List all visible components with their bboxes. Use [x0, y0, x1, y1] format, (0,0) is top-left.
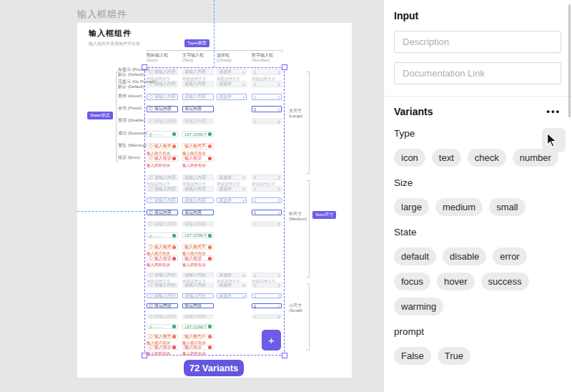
- variant-cell-default[interactable]: ◎ 请输入内容: [147, 273, 178, 278]
- variant-cell-disable[interactable]: 1▴▾: [252, 118, 282, 124]
- variant-chip-disable[interactable]: disable: [443, 248, 486, 265]
- size-group-label: 中尺寸(Medium): [289, 212, 309, 222]
- variant-cell-disable[interactable]: 1▴▾: [252, 221, 282, 227]
- variant-cell-error[interactable]: ◎ 输入错误!: [147, 155, 178, 162]
- variant-cell-default[interactable]: 请选择▾: [217, 283, 247, 288]
- variant-cell-disable[interactable]: 请输入内容: [182, 118, 214, 124]
- variant-chip-success[interactable]: success: [481, 273, 529, 290]
- type-property-badge[interactable]: Type/类型: [184, 39, 209, 47]
- variant-cell-hover[interactable]: 请选择▾: [217, 94, 247, 100]
- variant-cell-press[interactable]: ◎ 填写内容: [147, 106, 178, 112]
- variant-chip-focus[interactable]: focus: [394, 273, 430, 290]
- variant-cell-default[interactable]: 请输入内容: [182, 175, 214, 180]
- variant-cell-default[interactable]: 1▴▾: [252, 81, 282, 87]
- variant-cell-disable[interactable]: 请输入内容: [182, 314, 214, 319]
- variant-cell-error[interactable]: 输入错误!: [182, 155, 214, 162]
- variant-cell-default[interactable]: 请选择▾: [217, 175, 247, 180]
- variant-cell-disable[interactable]: 请输入内容: [182, 221, 214, 227]
- variant-cell-press[interactable]: 填写内容: [182, 106, 214, 112]
- variant-chip-text[interactable]: text: [432, 149, 461, 167]
- state-property-badge[interactable]: State/状态: [87, 112, 113, 119]
- variant-cell-press[interactable]: 填写内容: [182, 303, 214, 308]
- variant-cell-hover[interactable]: ◎ 请输入内容: [147, 197, 178, 203]
- panel-scrollbar[interactable]: [568, 4, 571, 117]
- variant-cell-hover[interactable]: 请选择▾: [217, 197, 247, 203]
- variant-cell-press[interactable]: 1▴▾: [252, 210, 282, 215]
- documentation-link-input[interactable]: [394, 62, 561, 84]
- variant-cell-default[interactable]: 1▴▾: [252, 186, 282, 192]
- variant-cell-success[interactable]: 137.COM.TYKB✓: [182, 232, 214, 238]
- success-status-icon: ✓: [208, 132, 212, 136]
- design-canvas[interactable]: 输入框组件 输入框组件 输入框组件及规格样式分类 Type/类型 State/状…: [0, 0, 383, 392]
- variant-cell-default[interactable]: ◎ 请输入内容: [147, 186, 178, 192]
- variant-chip-false[interactable]: False: [394, 347, 431, 365]
- variant-cell-success[interactable]: ◎ ⋯⋯✓: [147, 232, 178, 238]
- variant-chip-icon[interactable]: icon: [394, 149, 425, 167]
- variant-cell-success[interactable]: 137.COM.TYKB✓: [182, 131, 214, 137]
- variant-cell-warning[interactable]: ◎ 输入格式不符!: [147, 244, 178, 250]
- variant-chip-hover[interactable]: hover: [437, 273, 475, 290]
- variant-cell-press[interactable]: 1▴▾: [252, 106, 282, 112]
- variant-cell-hover[interactable]: ◎ 请输入内容: [147, 293, 178, 298]
- variant-cell-error[interactable]: 输入错误!: [182, 255, 214, 261]
- size-property-badge[interactable]: Size/尺寸: [312, 211, 336, 219]
- variant-cell-success[interactable]: 137.COM.TYKB✓: [182, 324, 214, 329]
- variant-cell-default[interactable]: 1▴▾: [252, 273, 282, 278]
- variant-cell-warning[interactable]: ◎ 输入格式不符!: [147, 334, 178, 339]
- variant-cell-warning[interactable]: 输入格式不符!: [182, 143, 214, 150]
- variant-cell-warning[interactable]: 输入格式不符!: [182, 244, 214, 250]
- variant-cell-default[interactable]: 请选择▾: [217, 273, 247, 278]
- variant-cell-hover[interactable]: 请输入内容: [182, 293, 214, 298]
- variant-cell-default[interactable]: ◎ 请输入内容: [147, 175, 178, 180]
- variant-cell-default[interactable]: 请输入内容: [182, 69, 214, 75]
- variant-cell-disable[interactable]: ◎ 请输入内容: [147, 118, 178, 124]
- variant-cell-disable[interactable]: ◎ 请输入内容: [147, 221, 178, 227]
- variant-cell-default[interactable]: 1▴▾: [252, 283, 282, 288]
- variant-cell-default[interactable]: ◎ 请输入内容: [147, 69, 178, 75]
- variant-chip-medium[interactable]: medium: [435, 198, 483, 216]
- variant-cell-hover[interactable]: 请选择▾: [217, 293, 247, 298]
- description-input[interactable]: [394, 31, 561, 53]
- variant-chip-error[interactable]: error: [493, 248, 526, 265]
- variant-cell-default[interactable]: 请输入内容: [182, 273, 214, 278]
- variant-cell-default[interactable]: 请选择▾: [217, 69, 247, 75]
- variant-cell-default[interactable]: 请选择▾: [217, 186, 247, 192]
- variant-chip-large[interactable]: large: [394, 198, 429, 216]
- selection-handle-bottom-right[interactable]: [282, 353, 287, 358]
- variant-chip-check[interactable]: check: [468, 149, 506, 167]
- variant-cell-hover[interactable]: 1▴▾: [252, 197, 282, 203]
- variant-cell-default[interactable]: 请选择▾: [217, 81, 247, 87]
- variant-cell-press[interactable]: ◎ 填写内容: [147, 210, 178, 215]
- variant-cell-default[interactable]: 请输入内容: [182, 81, 214, 87]
- variant-cell-press[interactable]: ◎ 填写内容: [147, 303, 178, 308]
- variant-cell-default[interactable]: 请输入内容: [182, 186, 214, 192]
- variant-cell-warning[interactable]: ◎ 输入格式不符!: [147, 143, 178, 150]
- variant-cell-hover[interactable]: 请输入内容: [182, 94, 214, 100]
- variant-cell-error[interactable]: 输入错误!: [182, 345, 214, 350]
- variant-cell-press[interactable]: 填写内容: [182, 210, 214, 215]
- variants-menu-icon[interactable]: •••: [546, 108, 561, 115]
- variant-cell-default[interactable]: 1▴▾: [252, 175, 282, 180]
- variant-cell-error[interactable]: ◎ 输入错误!: [147, 255, 178, 261]
- variant-chip-warming[interactable]: warming: [394, 298, 443, 315]
- variant-chip-default[interactable]: default: [394, 248, 436, 265]
- variant-cell-success[interactable]: ◎ ⋯⋯✓: [147, 324, 178, 329]
- add-variant-button[interactable]: +: [262, 330, 281, 351]
- variant-chip-small[interactable]: small: [489, 198, 525, 216]
- variant-chip-true[interactable]: True: [438, 347, 470, 365]
- variant-cell-success[interactable]: ◎ ⋯⋯✓: [147, 131, 178, 137]
- type-row-menu-button[interactable]: ⋯: [542, 128, 566, 152]
- variant-cell-disable[interactable]: ◎ 请输入内容: [147, 314, 178, 319]
- variant-cell-warning[interactable]: 输入格式不符!: [182, 334, 214, 339]
- variant-cell-hover[interactable]: ◎ 请输入内容: [147, 94, 178, 100]
- variant-cell-hover[interactable]: 1▴▾: [252, 293, 282, 298]
- variant-cell-disable[interactable]: 1▴▾: [252, 314, 282, 319]
- variant-cell-default[interactable]: 请输入内容: [182, 283, 214, 288]
- variant-cell-hover[interactable]: 请输入内容: [182, 197, 214, 203]
- selection-handle-top-right[interactable]: [282, 64, 287, 70]
- variant-cell-error[interactable]: ◎ 输入错误!: [147, 345, 178, 350]
- variant-cell-press[interactable]: 1▴▾: [252, 303, 282, 308]
- variant-cell-hover[interactable]: 1▴▾: [252, 94, 282, 100]
- variant-cell-default[interactable]: ◎ 请输入内容: [147, 283, 178, 288]
- variant-cell-default[interactable]: 1▴▾: [252, 69, 282, 75]
